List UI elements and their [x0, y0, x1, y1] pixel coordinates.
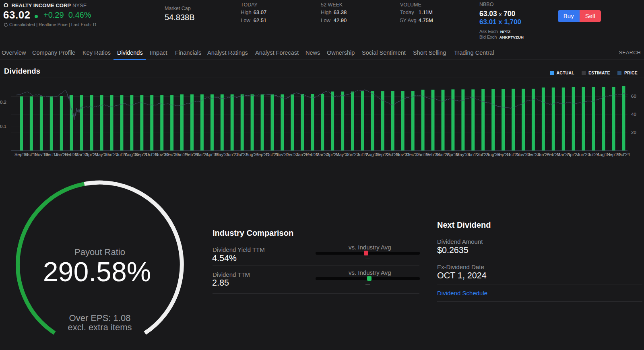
svg-text:0.2: 0.2: [0, 100, 6, 105]
svg-text:60: 60: [631, 94, 636, 99]
svg-text:40: 40: [631, 112, 636, 117]
svg-text:Oct'24: Oct'24: [617, 152, 630, 157]
svg-text:20: 20: [631, 130, 636, 135]
svg-text:0.1: 0.1: [0, 124, 6, 129]
